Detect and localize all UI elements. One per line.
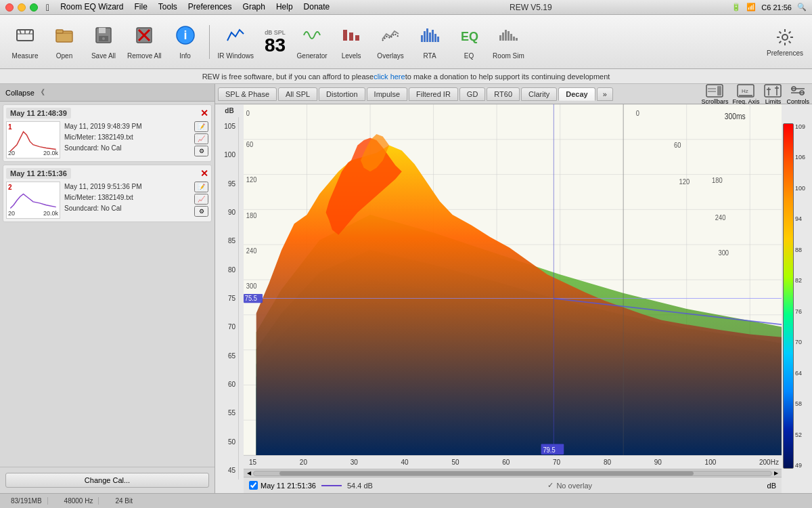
playback-db: 54.4 dB: [347, 482, 373, 490]
sidebar: Collapse 《 May 11 21:48:39 ✕ 1: [0, 84, 215, 493]
donation-link[interactable]: click here: [374, 72, 405, 81]
x-50: 50: [451, 459, 459, 466]
legend-58: 58: [795, 400, 805, 407]
limits-button[interactable]: Limits: [763, 84, 782, 105]
x-15: 15: [249, 459, 256, 466]
db-label: dB: [767, 482, 776, 490]
separator-1: [209, 25, 210, 59]
measure-button[interactable]: Measure: [7, 20, 43, 64]
menu-file[interactable]: File: [134, 2, 147, 13]
ir-windows-button[interactable]: IR Windows: [215, 20, 256, 64]
legend-100: 100: [795, 185, 805, 192]
scroll-left-arrow[interactable]: ◀: [245, 469, 253, 478]
open-icon: [53, 24, 75, 49]
tab-impulse[interactable]: Impulse: [367, 87, 408, 101]
svg-point-30: [782, 35, 788, 40]
menu-graph[interactable]: Graph: [243, 2, 265, 13]
legend-82: 82: [795, 277, 805, 284]
menu-donate[interactable]: Donate: [304, 2, 330, 13]
menu-preferences[interactable]: Preferences: [188, 2, 232, 13]
svg-rect-25: [505, 30, 507, 41]
playback-checkbox-label[interactable]: May 11 21:51:36: [249, 481, 316, 490]
measurement-settings-1[interactable]: ⚙: [194, 146, 208, 156]
change-cal-button[interactable]: Change Cal...: [5, 473, 209, 488]
measurement-settings-2[interactable]: ⚙: [194, 206, 208, 217]
h-scrollbar[interactable]: ◀ ▶: [244, 469, 782, 477]
measurement-edit-1[interactable]: 📝: [194, 121, 208, 132]
preferences-label: Preferences: [767, 49, 803, 57]
menu-help[interactable]: Help: [276, 2, 293, 13]
collapse-button[interactable]: Collapse 《: [0, 84, 215, 102]
remove-all-button[interactable]: Remove All: [125, 20, 164, 64]
color-legend-container: 109 106 100 94 88 82 76 70 64 58 52 49: [782, 104, 812, 493]
measurement-thumb-1: 1 20 20.0k: [6, 121, 60, 158]
y-axis-container: dB 105 100 95 90 85 80 75 70 65 60 55 50…: [215, 104, 244, 493]
tab-clarity[interactable]: Clarity: [521, 87, 557, 101]
save-all-button[interactable]: Save All: [85, 20, 122, 64]
x-30: 30: [351, 459, 358, 466]
apple-menu[interactable]: : [46, 2, 49, 13]
controls-button[interactable]: Controls: [786, 84, 809, 105]
scrollbars-button[interactable]: Scrollbars: [701, 84, 728, 105]
levels-button[interactable]: Levels: [333, 20, 369, 64]
y-105: 105: [218, 123, 235, 130]
controls-label: Controls: [786, 98, 809, 105]
info-button[interactable]: i Info: [167, 20, 204, 64]
tab-all-spl[interactable]: All SPL: [278, 87, 317, 101]
no-overlay: ✓ No overlay: [547, 481, 592, 490]
open-button[interactable]: Open: [46, 20, 83, 64]
svg-text:120: 120: [246, 175, 257, 184]
svg-rect-34: [717, 86, 721, 96]
freq-axis-button[interactable]: Hz Freq. Axis: [732, 84, 759, 105]
tab-decay[interactable]: Decay: [558, 87, 595, 101]
collapse-label: Collapse: [5, 89, 35, 97]
h-scroll-thumb[interactable]: [279, 471, 694, 475]
eq-button[interactable]: EQ EQ: [451, 20, 487, 64]
system-status: 🔋 📶 С6 21:56 🔍: [731, 3, 807, 12]
x-100: 100: [705, 459, 717, 466]
remove-all-label: Remove All: [127, 52, 162, 60]
check-icon: ✓: [547, 481, 554, 490]
svg-text:0: 0: [246, 109, 250, 117]
h-scroll-track[interactable]: [253, 471, 772, 476]
generator-button[interactable]: Generator: [294, 20, 330, 64]
tab-rt60[interactable]: RT60: [487, 87, 520, 101]
overlays-button[interactable]: Overlays: [372, 20, 409, 64]
scroll-right-arrow[interactable]: ▶: [772, 469, 780, 478]
y-85: 85: [218, 237, 235, 245]
playback-checkbox[interactable]: [249, 481, 258, 490]
room-sim-button[interactable]: Room Sim: [490, 20, 527, 64]
legend-70: 70: [795, 339, 805, 345]
rta-label: RTA: [424, 52, 436, 60]
measurement-soundcard-1: Soundcard: No Cal: [64, 143, 190, 154]
tab-gd[interactable]: GD: [459, 87, 486, 101]
measurement-overlay-1[interactable]: 📈: [194, 133, 208, 144]
measurement-overlay-2[interactable]: 📈: [194, 194, 208, 205]
preferences-button[interactable]: Preferences: [765, 20, 805, 64]
remove-all-icon: [133, 24, 155, 49]
status-bar: 83/191MB 48000 Hz 24 Bit: [0, 493, 812, 508]
close-button[interactable]: [5, 3, 14, 12]
tab-filtered-ir[interactable]: Filtered IR: [409, 87, 458, 101]
y-50: 50: [218, 438, 235, 446]
rta-button[interactable]: RTA: [411, 20, 448, 64]
tab-distortion[interactable]: Distortion: [319, 87, 365, 101]
measurement-edit-2[interactable]: 📝: [194, 182, 208, 192]
maximize-button[interactable]: [30, 3, 38, 12]
chart-canvas[interactable]: 300ms 180 240 300 0 60 120 180 240 300 0: [244, 104, 782, 455]
x-axis: 15 20 30 40 50 60 70 80 90 100 200Hz: [244, 455, 782, 469]
svg-rect-13: [349, 33, 353, 41]
spl-value: 83: [265, 36, 286, 55]
measurement-close-2[interactable]: ✕: [200, 168, 208, 179]
search-icon[interactable]: 🔍: [797, 3, 807, 12]
measurement-body-1: 1 20 20.0k May 11, 2019 9:48:39 PM Mic/M…: [6, 121, 208, 158]
menu-app[interactable]: Room EQ Wizard: [60, 2, 123, 13]
spl-meter: dB SPL 83: [259, 20, 291, 64]
menu-tools[interactable]: Tools: [158, 2, 177, 13]
measurement-thumb-2: 2 20 20.0k: [6, 182, 60, 219]
y-95: 95: [218, 180, 235, 188]
tab-spl-phase[interactable]: SPL & Phase: [218, 87, 277, 101]
measurement-close-1[interactable]: ✕: [200, 108, 208, 119]
minimize-button[interactable]: [18, 3, 26, 12]
tab-more[interactable]: »: [597, 87, 613, 101]
